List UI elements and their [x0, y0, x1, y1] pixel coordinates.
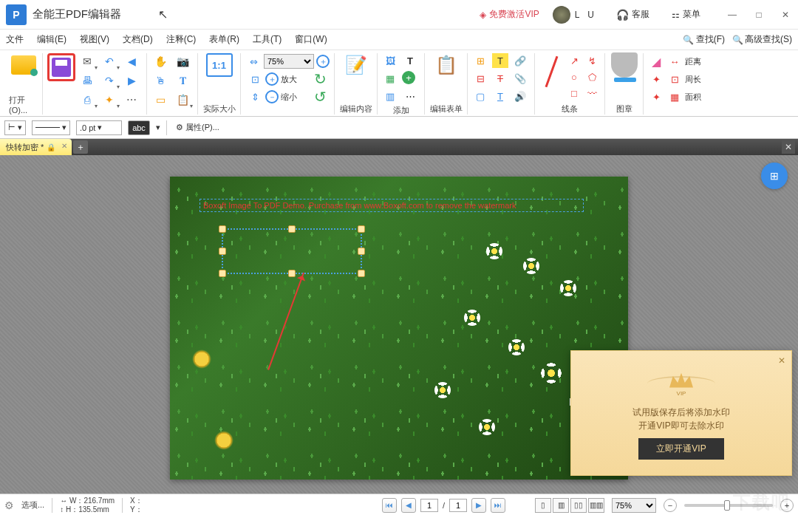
mail-button[interactable]: ✉▾ [78, 53, 96, 69]
add-text-button[interactable]: T [402, 53, 418, 68]
selection-box[interactable] [222, 228, 362, 274]
abc-dropdown[interactable]: ▾ [156, 123, 160, 132]
refresh-right-icon[interactable]: ↺ [312, 89, 328, 105]
hand-tool[interactable]: ✋ [151, 53, 169, 69]
clipboard-tool[interactable]: 📋▾ [174, 92, 191, 108]
document-tab-active[interactable]: 快转加密 * 🔒 ✕ [0, 139, 72, 155]
undo-button[interactable]: ↶▾ [100, 53, 118, 69]
floating-tool-badge[interactable]: ⊞ [761, 163, 788, 189]
add-shape-button[interactable]: ▦ [382, 71, 398, 86]
scan-button[interactable]: ⎙▾ [78, 92, 96, 108]
advanced-find-button[interactable]: 🔍高级查找(S) [732, 33, 792, 46]
pdf-page[interactable]: Boxoft Image To PDF Demo. Purchase from … [170, 177, 628, 480]
page-current-input[interactable] [420, 499, 438, 512]
canvas-area[interactable]: ⊞ Boxoft Image To PDF Demo. Purchase fro… [0, 155, 798, 494]
fit-page-button[interactable]: ⊡ [247, 71, 263, 87]
callout-tool[interactable]: ⊟ [472, 71, 488, 86]
print-button[interactable]: 🖶 [78, 72, 96, 89]
edit-content-button[interactable]: 📝 [343, 53, 369, 77]
prev-page-icon[interactable]: ◀ [123, 53, 140, 69]
eraser-tool[interactable]: ◢↔距离 [648, 53, 701, 69]
maximize-button[interactable]: □ [752, 10, 765, 20]
link-tool[interactable]: 🔗 [512, 53, 528, 68]
redo-button[interactable]: ↷▾ [100, 72, 118, 89]
more-nav[interactable]: ⋯ [123, 92, 140, 108]
cloud-tool[interactable]: 〰 [584, 86, 600, 100]
menu-file[interactable]: 文件 [6, 33, 24, 46]
resize-handle-tm[interactable] [288, 225, 296, 233]
highlight-tool[interactable]: ▭ [151, 92, 169, 108]
polygon-tool[interactable]: ⬠ [584, 69, 600, 84]
support-button[interactable]: 🎧 客服 [613, 7, 652, 22]
toast-close-button[interactable]: ✕ [778, 355, 785, 366]
menu-button[interactable]: ⚏ 菜单 [669, 7, 703, 22]
find-button[interactable]: 🔍查找(F) [683, 33, 725, 46]
username-label[interactable]: L U [575, 10, 597, 20]
line-dash-dropdown[interactable]: ▾ [32, 120, 70, 135]
two-page-view[interactable]: ▯▯ [570, 498, 587, 513]
first-page-button[interactable]: ⏮ [382, 498, 397, 513]
menu-comment[interactable]: 注释(C) [166, 33, 197, 46]
line-style-dropdown[interactable]: ⊢ ▾ [4, 120, 26, 135]
strikethrough-tool[interactable]: T [492, 71, 508, 86]
zoom-select[interactable]: 75% [264, 54, 314, 69]
properties-button[interactable]: ⚙属性(P)... [173, 120, 222, 135]
fit-width-button[interactable]: ⇔ [245, 53, 262, 69]
actual-size-button[interactable]: 1:1 [206, 53, 233, 77]
square-tool[interactable]: □ [566, 86, 582, 100]
pencil-line-tool[interactable] [539, 53, 563, 90]
single-page-view[interactable]: ▯ [535, 498, 551, 513]
status-zoom-select[interactable]: 75% [612, 498, 656, 513]
upgrade-vip-button[interactable]: 立即开通VIP [638, 438, 723, 460]
select-tool[interactable]: 🖱 [151, 72, 169, 89]
next-page-button[interactable]: ▶ [471, 498, 486, 513]
options-button[interactable]: 选项... [21, 499, 44, 511]
add-more-button[interactable]: ⋯ [402, 89, 418, 103]
underline-tool[interactable]: T [492, 89, 508, 103]
text-select-tool[interactable]: 𝐓 [174, 72, 191, 89]
last-page-button[interactable]: ⏭ [491, 498, 505, 513]
next-page-icon[interactable]: ▶ [123, 72, 140, 89]
user-avatar[interactable] [553, 6, 570, 24]
zoom-in-icon[interactable]: ＋ [316, 55, 330, 68]
zoom-slider[interactable] [684, 504, 773, 507]
resize-handle-bm[interactable] [288, 270, 296, 277]
highlight-text-tool[interactable]: T [492, 53, 508, 68]
watermark-text-box[interactable]: Boxoft Image To PDF Demo. Purchase from … [200, 199, 584, 212]
open-button[interactable] [10, 53, 37, 77]
menu-form[interactable]: 表单(R) [209, 33, 239, 46]
fit-height-button[interactable]: ⇕ [247, 89, 263, 105]
menu-tools[interactable]: 工具(T) [253, 33, 282, 46]
add-tab-button[interactable]: ＋ [73, 140, 88, 154]
two-continuous-view[interactable]: ▥▥ [588, 498, 604, 513]
continuous-view[interactable]: ▥ [553, 498, 569, 513]
note-tool[interactable]: ▢ [472, 89, 488, 103]
circle-tool[interactable]: ○ [566, 69, 582, 84]
refresh-left-icon[interactable]: ↻ [312, 71, 328, 87]
minimize-button[interactable]: ― [726, 10, 739, 20]
snapshot-tool[interactable]: 📷 [174, 53, 191, 69]
zoom-out-button[interactable]: － [265, 90, 279, 103]
area-tool[interactable]: ✦▦面积 [648, 89, 701, 105]
line-weight-dropdown[interactable]: .0 pt ▾ [76, 120, 122, 135]
menu-window[interactable]: 窗口(W) [295, 33, 327, 46]
resize-handle-mr[interactable] [358, 248, 365, 255]
resize-handle-tr[interactable] [358, 225, 365, 233]
new-button[interactable]: ✦▾ [100, 92, 118, 108]
resize-handle-ml[interactable] [219, 248, 226, 255]
zoom-in-plus[interactable]: + [780, 499, 794, 512]
add-plus-button[interactable]: + [402, 71, 415, 84]
textbox-tool[interactable]: ⊞ [472, 53, 488, 68]
perimeter-tool[interactable]: ✦⊡周长 [648, 71, 701, 87]
polyline-tool[interactable]: ↯ [584, 53, 600, 68]
text-style-button[interactable]: abc [128, 120, 150, 135]
resize-handle-tl[interactable] [219, 225, 226, 233]
add-barcode-button[interactable]: ▥ [382, 89, 398, 103]
resize-handle-br[interactable] [358, 270, 365, 277]
zoom-out-minus[interactable]: − [664, 499, 677, 512]
close-button[interactable]: ✕ [779, 10, 792, 20]
menu-edit[interactable]: 编辑(E) [37, 33, 66, 46]
zoom-in-button[interactable]: ＋ [265, 72, 279, 86]
edit-form-button[interactable]: 📋 [433, 53, 460, 77]
sound-tool[interactable]: 🔊 [512, 89, 528, 103]
